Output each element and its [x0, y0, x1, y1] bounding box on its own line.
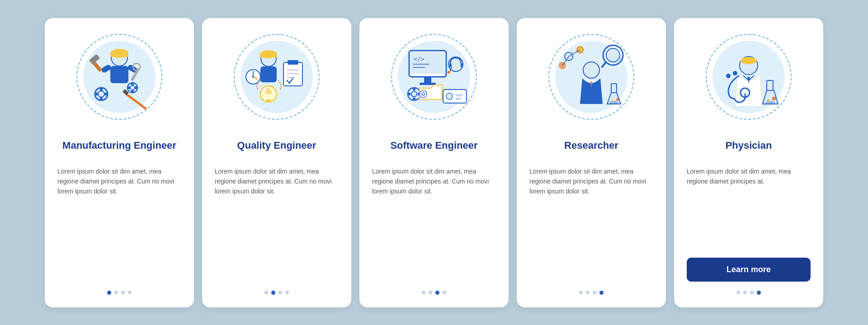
svg-point-80: [733, 71, 737, 75]
svg-rect-60: [456, 98, 461, 100]
svg-rect-55: [407, 93, 410, 95]
physician-icon: [712, 41, 785, 113]
dot-3[interactable]: [750, 291, 754, 294]
svg-rect-47: [449, 63, 452, 67]
svg-point-73: [609, 101, 618, 104]
dot-1[interactable]: [736, 291, 740, 294]
card-description: Lorem ipsum dolor sit dim amet, mea regi…: [687, 166, 811, 250]
dot-2[interactable]: [429, 291, 432, 294]
dot-1[interactable]: [579, 291, 583, 294]
svg-rect-44: [424, 77, 431, 83]
svg-line-22: [126, 94, 146, 108]
researcher-icon: [555, 41, 627, 113]
svg-rect-13: [100, 97, 103, 101]
card-title: Quality Engineer: [237, 133, 316, 159]
svg-point-75: [611, 100, 613, 102]
card-title: Researcher: [564, 133, 618, 159]
svg-point-52: [411, 91, 417, 97]
svg-point-50: [448, 71, 450, 74]
svg-line-66: [602, 62, 606, 67]
svg-rect-4: [100, 64, 112, 73]
card-researcher: Researcher Lorem ipsum dolor sit dim ame…: [517, 18, 666, 307]
dot-3[interactable]: [121, 291, 125, 294]
dot-4[interactable]: [443, 291, 446, 294]
card-description: Lorem ipsum dolor sit dim amet, mea regi…: [372, 166, 496, 282]
svg-rect-3: [110, 66, 128, 83]
card-dots: [422, 291, 446, 295]
svg-point-65: [606, 48, 620, 62]
card-manufacturing-engineer: Manufacturing Engineer Lorem ipsum dolor…: [45, 18, 194, 307]
svg-point-74: [616, 98, 619, 101]
svg-rect-12: [100, 87, 103, 91]
card-description: Lorem ipsum dolor sit dim amet, mea regi…: [215, 166, 339, 282]
learn-more-button[interactable]: Learn more: [687, 258, 811, 282]
dot-3[interactable]: [435, 291, 439, 295]
card-title: Physician: [726, 133, 772, 159]
card-software-engineer: </>: [359, 18, 509, 307]
card-description: Lorem ipsum dolor sit dim amet, mea regi…: [529, 166, 653, 282]
svg-point-77: [741, 57, 757, 64]
card-dots: [579, 291, 604, 295]
svg-rect-2: [110, 53, 128, 57]
svg-point-79: [726, 74, 731, 78]
svg-rect-20: [127, 86, 130, 89]
dot-3[interactable]: [278, 291, 282, 294]
svg-rect-81: [767, 80, 773, 90]
dot-1[interactable]: [264, 291, 268, 294]
svg-rect-21: [135, 86, 138, 89]
svg-rect-26: [260, 54, 277, 57]
card-physician: Physician Lorem ipsum dolor sit dim amet…: [674, 18, 823, 307]
card-description: Lorem ipsum dolor sit dim amet, mea regi…: [57, 166, 181, 282]
dot-1[interactable]: [107, 291, 111, 295]
card-illustration: </>: [389, 32, 479, 122]
quality-icon: [241, 41, 313, 113]
svg-rect-28: [283, 62, 302, 86]
dot-2[interactable]: [586, 291, 590, 294]
dot-3[interactable]: [593, 291, 596, 294]
svg-rect-27: [260, 66, 277, 82]
card-dots: [107, 291, 132, 295]
svg-point-58: [446, 93, 453, 99]
svg-point-63: [583, 62, 599, 78]
svg-rect-15: [104, 93, 108, 95]
svg-point-84: [767, 99, 769, 102]
svg-rect-53: [413, 87, 415, 90]
dot-4[interactable]: [285, 291, 289, 294]
dot-2[interactable]: [271, 291, 275, 295]
svg-rect-19: [131, 90, 134, 93]
card-illustration: [74, 32, 165, 122]
svg-point-82: [765, 101, 775, 104]
card-title: Software Engineer: [390, 133, 477, 159]
dot-1[interactable]: [422, 291, 425, 294]
svg-rect-14: [94, 93, 98, 95]
svg-point-17: [130, 85, 135, 90]
svg-rect-72: [611, 84, 617, 93]
svg-rect-45: [420, 83, 436, 85]
dot-4[interactable]: [599, 291, 604, 295]
card-illustration: [703, 32, 794, 122]
svg-rect-54: [413, 98, 415, 101]
dot-4[interactable]: [757, 291, 761, 295]
cards-container: Manufacturing Engineer Lorem ipsum dolor…: [27, 5, 841, 321]
manufacturing-icon: [83, 41, 156, 113]
card-illustration: [231, 32, 322, 122]
software-icon: </>: [398, 41, 470, 113]
svg-point-11: [98, 91, 104, 97]
svg-rect-34: [266, 99, 271, 102]
svg-text:</>: </>: [414, 56, 425, 62]
card-quality-engineer: Quality Engineer Lorem ipsum dolor sit d…: [202, 18, 351, 307]
dot-2[interactable]: [114, 291, 118, 294]
svg-rect-59: [456, 94, 463, 96]
dot-2[interactable]: [743, 291, 747, 294]
svg-rect-29: [288, 60, 298, 65]
svg-rect-18: [131, 82, 134, 85]
svg-point-38: [252, 76, 254, 78]
svg-rect-48: [461, 63, 463, 67]
card-title: Manufacturing Engineer: [62, 133, 176, 159]
card-dots: [264, 291, 289, 295]
card-dots: [736, 291, 761, 295]
dot-4[interactable]: [128, 291, 132, 294]
card-illustration: [546, 32, 637, 122]
svg-point-83: [772, 97, 776, 100]
